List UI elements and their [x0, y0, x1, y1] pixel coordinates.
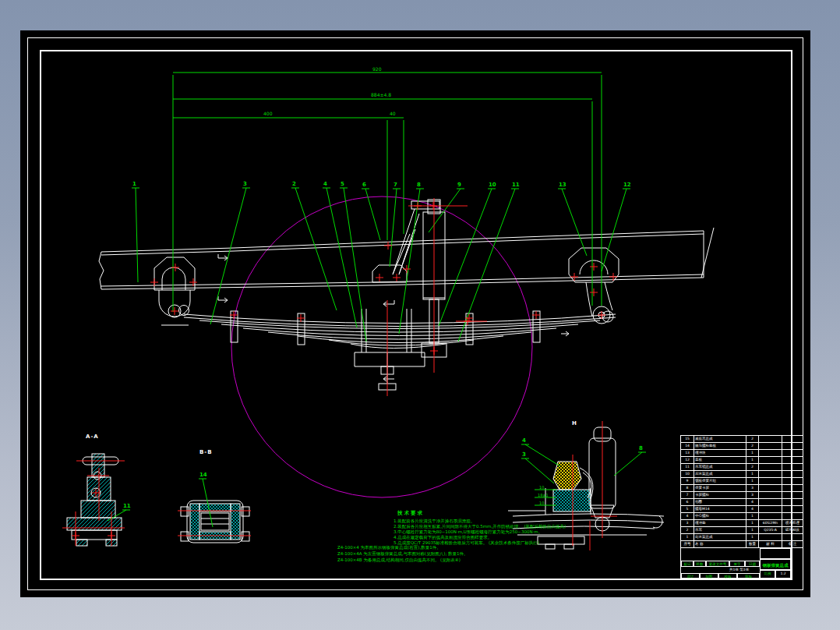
bom-cell	[782, 492, 803, 499]
balloon-leader	[439, 189, 496, 326]
bom-cell	[759, 485, 782, 492]
balloon-13: 13	[559, 182, 566, 188]
bom-cell: 15	[681, 436, 694, 443]
bom-cell: 1	[746, 520, 759, 527]
main-view-geometry	[99, 200, 714, 390]
bom-cell	[782, 464, 803, 471]
title-block: 标记处数更改文件号签字日期 设计制图校核审核 共1张 第1张 钢板弹簧总成 比例…	[680, 547, 791, 579]
bom-cell: 缓冲块	[694, 450, 746, 457]
balloon-6: 6	[362, 182, 366, 188]
bom-cell	[782, 471, 803, 478]
bom-cell: 1	[746, 534, 759, 541]
bom-cell: 1	[746, 513, 759, 520]
bom-cell	[759, 457, 782, 464]
bom-cell: 1	[746, 527, 759, 534]
bom-cell	[759, 450, 782, 457]
table-row: 6挡圈4	[681, 499, 803, 506]
bom-cell: 吊耳销总成	[694, 464, 746, 471]
balloon-4: 4	[323, 182, 327, 187]
balloon-leader	[521, 458, 554, 483]
bom-cell: 14	[681, 443, 694, 450]
revision-cell: 更改文件号	[706, 561, 729, 567]
signature-cell: 校核	[718, 573, 737, 579]
bom-cell	[782, 534, 803, 541]
balloon-8: 8	[639, 446, 643, 451]
bom-cell: 盖板	[694, 457, 746, 464]
bom-cell: 钢板弹簧片组	[694, 478, 746, 485]
notes-header: 技术要求	[397, 511, 424, 516]
bom-cell	[782, 457, 803, 464]
note-line: 1.装配前各片应清洗干净并涂石墨润滑脂。	[394, 519, 566, 524]
bom-cell: 2	[746, 464, 759, 471]
bom-cell: 8	[681, 485, 694, 492]
bom-cell: 4	[746, 499, 759, 506]
bom-cell: 减振器总成	[694, 436, 746, 443]
table-row: 15减振器总成2	[681, 436, 803, 443]
bom-cell	[759, 534, 782, 541]
dim-overall-length: 920	[372, 67, 381, 72]
bom-cell: 60Si2Mn	[759, 520, 782, 527]
bom-cell: 后支架总成	[694, 471, 746, 478]
bom-cell: 卡箍螺栓	[694, 492, 746, 499]
table-row: 7卡箍螺栓3	[681, 492, 803, 499]
sheet-count: 共1张 第1张	[718, 567, 760, 573]
bom-cell	[782, 485, 803, 492]
balloon-11: 11	[123, 504, 131, 509]
balloon-7: 7	[394, 182, 397, 188]
bom-cell: 1	[681, 534, 694, 541]
bom-cell	[782, 506, 803, 513]
bom-cell	[782, 513, 803, 520]
note-line: 3.中心螺栓拧紧力矩为80~100N·m,U形螺栓螺母拧紧力矩为250~300N…	[394, 529, 566, 535]
hdim-middle: 18±1	[538, 494, 549, 497]
variant-notes: Z4-100×4 为本图所示钢板弹簧总成(右置),数量1件。Z4-100×4A …	[337, 544, 468, 563]
table-row: 4中心螺栓1	[681, 513, 803, 520]
note-line: 2.装配后各片应相互贴紧,片间间隙不得大于0.5mm,并作防锈处理。 (装配后检…	[394, 524, 566, 529]
bom-cell	[782, 478, 803, 485]
revision-cell: 签字	[729, 561, 745, 567]
bom-cell	[759, 478, 782, 485]
bom-cell	[759, 513, 782, 520]
parts-list-table: 15减振器总成214骑马螺栓垫板213缓冲块112盖板111吊耳销总成210后支…	[680, 435, 803, 548]
balloon-5: 5	[341, 182, 344, 187]
balloon-10: 10	[489, 182, 496, 188]
bom-cell: 12	[681, 457, 694, 464]
drawing-title: 钢板弹簧总成	[760, 559, 791, 570]
table-row: 9钢板弹簧片组1	[681, 478, 803, 485]
bom-cell: 2	[746, 443, 759, 450]
bom-cell	[759, 492, 782, 499]
balloon-leader	[340, 188, 366, 342]
section-label-h: H	[572, 421, 577, 426]
bom-cell: 6	[681, 499, 694, 506]
bom-cell: 挡圈	[694, 499, 746, 506]
section-label-a: A-A	[86, 434, 99, 440]
bom-cell: 弹簧卡箍	[694, 485, 746, 492]
bom-cell: 前支架总成	[694, 534, 746, 541]
balloon-2: 2	[292, 182, 296, 187]
balloon-1: 1	[132, 182, 136, 187]
table-row: 14骑马螺栓垫板2	[681, 443, 803, 450]
signature-cell: 审核	[737, 573, 760, 579]
bom-cell: 中心螺栓	[694, 513, 746, 520]
bom-cell	[782, 450, 803, 457]
bom-cell: 骑马螺栓垫板	[694, 443, 746, 450]
hdim-bottom: 10	[539, 501, 544, 505]
table-row: 5螺母M144	[681, 506, 803, 513]
balloon-leader	[521, 444, 560, 466]
bom-cell: 硫化粘接	[782, 527, 803, 534]
table-row: 2吊耳1Q235-A硫化粘接	[681, 527, 803, 534]
scale-label: 比例	[760, 570, 775, 579]
bom-cell	[782, 443, 803, 450]
cad-viewport: 920 884±4.8 400 40 10 18±1 10 A-A B-B H …	[0, 0, 840, 630]
bom-cell	[782, 436, 803, 443]
table-row: 3缓冲垫160Si2Mn喷丸处理	[681, 520, 803, 527]
detail-b-geometry	[181, 501, 249, 543]
hole-centers	[72, 202, 617, 540]
bom-cell: 喷丸处理	[782, 520, 803, 527]
table-row: 8弹簧卡箍3	[681, 485, 803, 492]
signature-cell: 设计	[681, 573, 700, 579]
bom-cell	[759, 499, 782, 506]
bom-cell: 3	[746, 485, 759, 492]
balloon-leader	[210, 188, 250, 324]
balloon-leader	[291, 188, 337, 310]
revision-cell: 处数	[694, 561, 706, 567]
